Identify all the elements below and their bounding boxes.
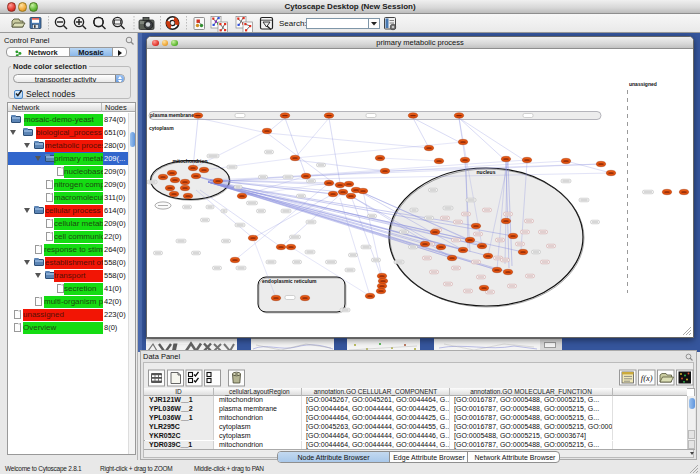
svg-text:unassigned: unassigned [629,81,657,87]
svg-text:plasma membrane: plasma membrane [150,112,194,118]
svg-text:f(x): f(x) [641,373,653,383]
svg-text:nucleus: nucleus [477,169,496,175]
svg-text:endoplasmic reticulum: endoplasmic reticulum [262,278,317,284]
svg-text:mitochondrion: mitochondrion [173,158,208,164]
svg-text:cytoplasm: cytoplasm [149,125,174,131]
